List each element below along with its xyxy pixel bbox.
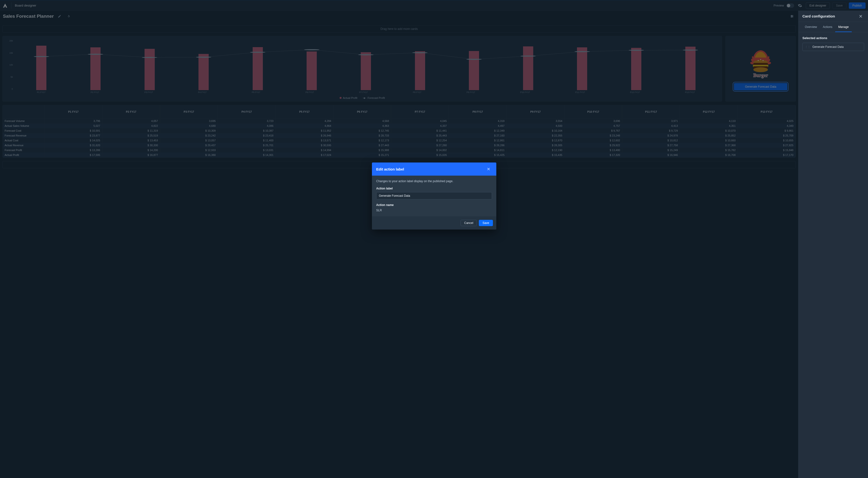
tab-overview[interactable]: Overview [802, 22, 820, 32]
modal-backdrop[interactable] [0, 0, 868, 478]
modal-title: Edit action label [376, 167, 485, 171]
panel-title: Card configuration [802, 14, 857, 18]
tab-manage[interactable]: Manage [835, 22, 851, 32]
save-label: Save [483, 221, 489, 225]
modal-cancel-button[interactable]: Cancel [461, 220, 477, 226]
modal-description: Changes to your action label display on … [376, 180, 492, 183]
drag-handle-icon[interactable]: ⋮⋮ [805, 46, 810, 48]
action-label-input[interactable] [376, 192, 492, 199]
close-panel-button[interactable] [857, 13, 864, 20]
edit-action-label-modal: Edit action label Changes to your action… [372, 162, 496, 229]
action-label-field-label: Action label [376, 187, 492, 190]
panel-tabs: Overview Actions Manage [799, 22, 868, 32]
selected-action-label: Generate Forecast Data [812, 45, 844, 49]
selected-actions-title: Selected actions [802, 36, 864, 40]
modal-save-button[interactable]: Save [479, 220, 493, 226]
action-name-label: Action name [376, 203, 492, 207]
close-icon [487, 167, 491, 171]
modal-close-button[interactable] [485, 166, 492, 172]
cancel-label: Cancel [464, 221, 473, 225]
selected-action-item[interactable]: ⋮⋮ Generate Forecast Data [802, 43, 864, 51]
tab-actions[interactable]: Actions [820, 22, 835, 32]
action-name-value: SLR [376, 209, 492, 212]
close-icon [859, 14, 863, 19]
card-config-panel: Card configuration Overview Actions Mana… [798, 11, 868, 478]
